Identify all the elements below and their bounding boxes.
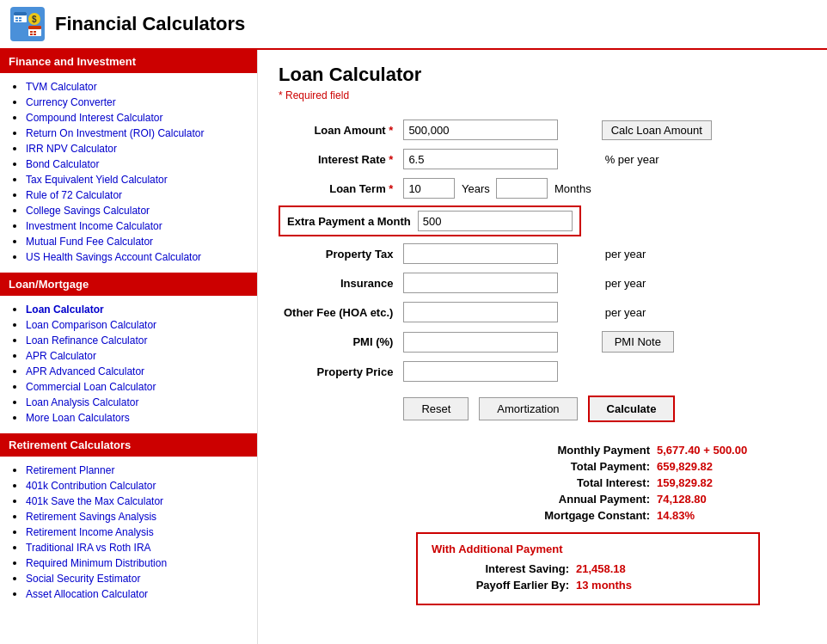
- sidebar-link-hsa[interactable]: US Health Savings Account Calculator: [26, 251, 201, 263]
- sidebar-link-roi[interactable]: Return On Investment (ROI) Calculator: [26, 127, 204, 139]
- interest-rate-input-cell: [398, 144, 596, 174]
- total-payment-label: Total Payment:: [478, 460, 650, 473]
- loan-term-row: Loan Term * Years Months: [279, 174, 717, 203]
- sidebar-link-bond[interactable]: Bond Calculator: [26, 158, 99, 170]
- reset-button[interactable]: Reset: [403, 397, 469, 420]
- property-price-empty-cell: [597, 357, 717, 386]
- list-item: College Savings Calculator: [26, 204, 248, 217]
- list-item: TVM Calculator: [26, 80, 248, 93]
- sidebar-link-irr[interactable]: IRR NPV Calculator: [26, 143, 117, 155]
- app-title: Financial Calculators: [55, 13, 245, 35]
- sidebar-list-loan: Loan Calculator Loan Comparison Calculat…: [0, 296, 257, 433]
- svg-rect-12: [34, 34, 36, 35]
- pmi-input-cell: [398, 327, 596, 357]
- list-item: Required Minimum Distribution: [26, 556, 248, 569]
- loan-term-months-label: Months: [551, 182, 591, 195]
- property-tax-unit: per year: [602, 248, 646, 261]
- pmi-row: PMI (%) PMI Note: [279, 327, 717, 357]
- amortization-button[interactable]: Amortization: [479, 397, 577, 420]
- svg-rect-2: [14, 12, 27, 15]
- sidebar-link-retirement-savings[interactable]: Retirement Savings Analysis: [26, 511, 156, 523]
- sidebar-link-tvm[interactable]: TVM Calculator: [26, 81, 97, 93]
- loan-term-years-input[interactable]: [403, 178, 455, 199]
- list-item: Loan Comparison Calculator: [26, 318, 248, 331]
- sidebar-link-retirement-planner[interactable]: Retirement Planner: [26, 464, 114, 476]
- property-tax-label: Property Tax: [279, 239, 398, 268]
- calculator-content: Loan Calculator * Required field Loan Am…: [258, 50, 827, 644]
- list-item: Loan Calculator: [26, 303, 248, 316]
- loan-amount-input-cell: [398, 115, 596, 144]
- interest-rate-unit-cell: % per year: [597, 144, 717, 174]
- payoff-earlier-row: Payoff Earlier By: 13 months: [432, 579, 744, 592]
- other-fee-row: Other Fee (HOA etc.) per year: [279, 297, 717, 327]
- total-interest-value: 159,829.82: [657, 476, 760, 489]
- list-item: Mutual Fund Fee Calculator: [26, 235, 248, 248]
- sidebar-link-loan-refi[interactable]: Loan Refinance Calculator: [26, 334, 147, 347]
- svg-rect-10: [34, 31, 36, 33]
- sidebar-link-asset-alloc[interactable]: Asset Allocation Calculator: [26, 588, 148, 600]
- main-layout: Finance and Investment TVM Calculator Cu…: [0, 50, 827, 644]
- sidebar-list-retirement: Retirement Planner 401k Contribution Cal…: [0, 457, 257, 610]
- insurance-label: Insurance: [279, 268, 398, 297]
- list-item: 401k Save the Max Calculator: [26, 494, 248, 507]
- svg-rect-11: [30, 34, 33, 35]
- sidebar-link-investment-income[interactable]: Investment Income Calculator: [26, 220, 162, 232]
- list-item: IRR NPV Calculator: [26, 142, 248, 155]
- insurance-unit: per year: [602, 277, 646, 290]
- extra-payment-input[interactable]: [418, 211, 573, 231]
- sidebar-link-401k-max[interactable]: 401k Save the Max Calculator: [26, 495, 163, 507]
- sidebar-link-rmd[interactable]: Required Minimum Distribution: [26, 557, 167, 569]
- calc-loan-button[interactable]: Calc Loan Amount: [602, 120, 712, 140]
- additional-payment-box: With Additional Payment Interest Saving:…: [416, 532, 760, 605]
- results-section: Monthly Payment 5,677.40 + 500.00 Total …: [279, 444, 806, 522]
- property-price-input[interactable]: [403, 361, 558, 382]
- loan-amount-input[interactable]: [403, 120, 558, 140]
- sidebar-link-social-security[interactable]: Social Security Estimator: [26, 573, 140, 585]
- required-star-2: *: [389, 153, 393, 166]
- action-buttons-row: Reset Amortization Calculate: [279, 386, 717, 426]
- other-fee-input-cell: [398, 297, 596, 327]
- required-star: *: [389, 124, 393, 137]
- payoff-earlier-label: Payoff Earlier By:: [432, 579, 569, 592]
- sidebar-link-commercial[interactable]: Commercial Loan Calculator: [26, 381, 156, 393]
- extra-payment-label: Extra Payment a Month: [287, 215, 418, 228]
- loan-term-months-input[interactable]: [496, 178, 548, 199]
- sidebar-link-more-loans[interactable]: More Loan Calculators: [26, 412, 130, 424]
- insurance-input-cell: [398, 268, 596, 297]
- interest-rate-input[interactable]: [403, 149, 558, 169]
- property-price-input-cell: [398, 357, 596, 386]
- svg-rect-6: [19, 20, 21, 21]
- sidebar-link-loan-analysis[interactable]: Loan Analysis Calculator: [26, 396, 138, 408]
- sidebar-link-loan-calc[interactable]: Loan Calculator: [26, 304, 104, 316]
- sidebar-link-loan-compare[interactable]: Loan Comparison Calculator: [26, 319, 156, 331]
- other-fee-input[interactable]: [403, 302, 558, 322]
- sidebar-link-retirement-income[interactable]: Retirement Income Analysis: [26, 526, 154, 538]
- page-title: Loan Calculator: [279, 64, 806, 86]
- sidebar-link-401k[interactable]: 401k Contribution Calculator: [26, 480, 156, 492]
- calculate-button[interactable]: Calculate: [588, 396, 676, 422]
- sidebar-link-rule72[interactable]: Rule of 72 Calculator: [26, 189, 122, 201]
- total-payment-result: Total Payment: 659,829.82: [330, 460, 760, 473]
- sidebar-link-college[interactable]: College Savings Calculator: [26, 205, 150, 217]
- sidebar-link-mutual-fund[interactable]: Mutual Fund Fee Calculator: [26, 236, 153, 248]
- property-price-row: Property Price: [279, 357, 717, 386]
- sidebar-list-finance: TVM Calculator Currency Converter Compou…: [0, 73, 257, 273]
- property-tax-input[interactable]: [403, 243, 558, 264]
- interest-rate-row: Interest Rate * % per year: [279, 144, 717, 174]
- pmi-note-button[interactable]: PMI Note: [602, 331, 674, 353]
- sidebar-link-apr-advanced[interactable]: APR Advanced Calculator: [26, 365, 144, 377]
- sidebar-link-apr[interactable]: APR Calculator: [26, 350, 96, 362]
- sidebar-link-compound[interactable]: Compound Interest Calculator: [26, 112, 162, 124]
- sidebar-link-tax-yield[interactable]: Tax Equivalent Yield Calculator: [26, 174, 168, 186]
- monthly-payment-label: Monthly Payment: [478, 444, 650, 457]
- loan-term-years-label: Years: [458, 182, 490, 195]
- insurance-input[interactable]: [403, 273, 558, 293]
- sidebar-link-ira[interactable]: Traditional IRA vs Roth IRA: [26, 542, 151, 554]
- svg-rect-4: [19, 17, 21, 19]
- sidebar-link-currency[interactable]: Currency Converter: [26, 96, 116, 108]
- annual-payment-label: Annual Payment:: [478, 493, 650, 506]
- interest-saving-label: Interest Saving:: [432, 562, 569, 575]
- pmi-input[interactable]: [403, 332, 558, 353]
- list-item: Retirement Income Analysis: [26, 525, 248, 538]
- total-interest-label: Total Interest:: [478, 476, 650, 489]
